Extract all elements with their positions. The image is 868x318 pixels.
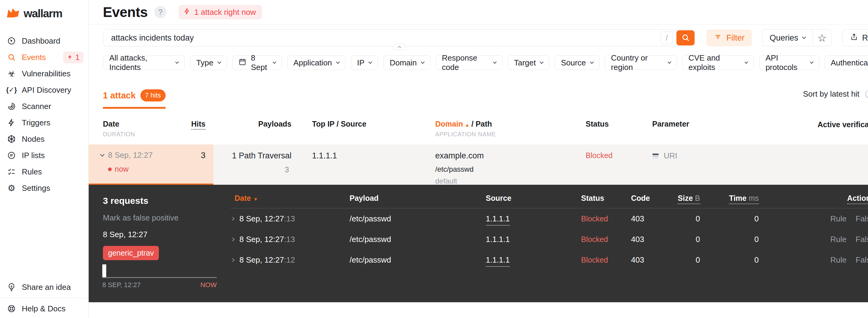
attack-parameter-cell: URI	[643, 144, 743, 185]
braces-check-icon: {✓}	[7, 86, 17, 94]
wallarm-logo[interactable]: wallarm	[0, 7, 88, 20]
request-row[interactable]: 8 Sep, 12:27:13 /etc/passwd 1.1.1.1 Bloc…	[230, 208, 868, 229]
top-ip[interactable]: 1.1.1.1	[312, 151, 337, 160]
false-positive-action[interactable]: False	[856, 255, 868, 265]
main-content: Events ? 1 attack right now /	[89, 0, 868, 318]
search-input[interactable]	[111, 33, 661, 43]
filter-chip-target[interactable]: Target	[507, 55, 549, 70]
sidebar-item-label: Events	[22, 53, 46, 62]
filter-chip-ip[interactable]: IP	[351, 55, 378, 70]
rule-action[interactable]: Rule	[831, 214, 846, 224]
rule-action[interactable]: Rule	[831, 255, 846, 265]
request-size: 0	[673, 255, 704, 265]
date-header-label: Date	[103, 120, 135, 128]
request-source[interactable]: 1.1.1.1	[486, 214, 510, 226]
report-button[interactable]: Report	[843, 29, 868, 46]
chip-label: Authentication	[831, 58, 868, 67]
sidebar-item-vulnerabilities[interactable]: ☣ Vulnerabilities	[0, 65, 88, 82]
report-label: Report	[862, 33, 868, 43]
collapse-search-handle[interactable]	[394, 44, 405, 50]
col-active-verification-header: Active verification	[743, 120, 868, 138]
request-row[interactable]: 8 Sep, 12:27:12 /etc/passwd 1.1.1.1 Bloc…	[230, 250, 868, 270]
filter-chip-application[interactable]: Application	[287, 55, 346, 70]
application-name-header-label: APPLICATION NAME	[435, 131, 574, 138]
sidebar-item-label: Rules	[22, 167, 42, 177]
chevron-right-icon[interactable]	[230, 258, 235, 262]
chevron-down-icon	[668, 60, 671, 64]
sidebar-item-dashboard[interactable]: Dashboard	[0, 33, 88, 49]
brand-name: wallarm	[24, 7, 62, 20]
sidebar-item-events[interactable]: Events 1	[0, 49, 88, 65]
sidebar-item-scanner[interactable]: Scanner	[0, 98, 88, 114]
chip-label: API protocols	[766, 53, 806, 72]
request-source[interactable]: 1.1.1.1	[486, 255, 510, 267]
timeline-start-label: 8 SEP, 12:27	[102, 281, 141, 289]
mark-false-positive-link[interactable]: Mark as false positive	[103, 213, 230, 223]
filter-chip-date[interactable]: 8 Sept	[232, 55, 282, 70]
sort-toggle[interactable]	[865, 90, 868, 98]
sidebar-item-label: Vulnerabilities	[22, 69, 70, 79]
sidebar-item-nodes[interactable]: Nodes	[0, 131, 88, 147]
queries-dropdown[interactable]: Queries	[762, 29, 813, 46]
col-domain-header[interactable]: Domain▲/ Path APPLICATION NAME	[422, 120, 574, 138]
req-col-source-header: Source	[486, 194, 581, 203]
search-icon	[7, 53, 17, 61]
chevron-right-icon[interactable]	[230, 217, 235, 221]
actions-label: Actions	[847, 194, 868, 204]
sidebar-item-rules[interactable]: Rules	[0, 164, 88, 180]
sort-asc-icon: ▲	[465, 122, 470, 127]
filter-chip-source[interactable]: Source	[554, 55, 599, 70]
slash-shortcut-key: /	[661, 31, 673, 44]
req-col-size-header[interactable]: Size B	[673, 194, 704, 203]
sidebar-item-settings[interactable]: ⚙ Settings	[0, 180, 88, 196]
rule-action[interactable]: Rule	[831, 235, 846, 244]
attack-domain-cell: example.com /etc/passwd default	[422, 144, 574, 185]
sidebar-item-triggers[interactable]: Triggers	[0, 114, 88, 131]
filter-chip-type[interactable]: Type	[190, 55, 227, 70]
attack-type-tag[interactable]: generic_ptrav	[103, 246, 159, 260]
search-button[interactable]	[676, 30, 694, 46]
request-source[interactable]: 1.1.1.1	[486, 235, 510, 244]
attack-status-cell: Blocked	[574, 144, 643, 185]
req-col-date-header[interactable]: Date▼	[230, 194, 349, 203]
attacks-count-label: 1 attack	[103, 91, 135, 100]
duration-header-label: DURATION	[103, 131, 135, 138]
filter-chip-country[interactable]: Country or region	[605, 55, 677, 70]
filter-button[interactable]: Filter	[706, 29, 752, 46]
chevron-down-icon	[802, 35, 806, 39]
request-row[interactable]: 8 Sep, 12:27:13 /etc/passwd 1.1.1.1 Bloc…	[230, 229, 868, 250]
col-date-header[interactable]: Date DURATION	[103, 120, 135, 138]
attack-active-verification-cell	[743, 144, 868, 185]
filter-chip-domain[interactable]: Domain	[383, 55, 430, 70]
filter-chip-cve[interactable]: CVE and exploits	[682, 55, 754, 70]
attack-alert-badge[interactable]: 1 attack right now	[179, 5, 262, 19]
help-docs-button[interactable]: Help & Docs	[0, 299, 88, 318]
attack-row-date-cell[interactable]: 8 Sep, 12:27 now 3	[89, 144, 213, 185]
help-icon[interactable]: ?	[154, 6, 166, 18]
tab-attacks[interactable]: 1 attack 7 hits	[103, 89, 165, 109]
timeline-chart	[102, 265, 217, 278]
filter-chip-api-protocols[interactable]: API protocols	[759, 55, 819, 70]
filter-chip-scope[interactable]: All attacks, Incidents	[103, 55, 185, 70]
filter-chip-response-code[interactable]: Response code	[435, 55, 502, 70]
req-col-actions-header[interactable]: Actions	[761, 194, 868, 203]
attack-row[interactable]: 8 Sep, 12:27 now 3 1 Path Traversal 3 1.…	[89, 144, 868, 185]
req-col-time-header[interactable]: Time ms	[704, 194, 761, 203]
sidebar-item-api-discovery[interactable]: {✓} API Discovery	[0, 82, 88, 98]
filter-chip-authentication[interactable]: Authentication	[825, 55, 868, 70]
parameter-layers-icon	[652, 152, 660, 162]
false-positive-action[interactable]: False	[856, 235, 868, 244]
col-hits-header[interactable]: Hits	[191, 120, 206, 138]
chevron-right-icon[interactable]	[230, 237, 235, 241]
magnifier-icon	[681, 33, 690, 43]
chevron-down-icon	[745, 60, 748, 64]
sidebar-item-label: API Discovery	[22, 85, 71, 95]
export-icon	[850, 33, 858, 43]
chevron-down-icon	[590, 60, 594, 64]
attack-count: 1	[75, 53, 80, 62]
favorite-star-button[interactable]: ☆	[813, 29, 832, 46]
false-positive-action[interactable]: False	[856, 214, 868, 224]
share-idea-button[interactable]: Share an idea	[0, 278, 88, 296]
time-label: Time	[729, 194, 747, 202]
sidebar-item-ip-lists[interactable]: IP IP lists	[0, 147, 88, 164]
